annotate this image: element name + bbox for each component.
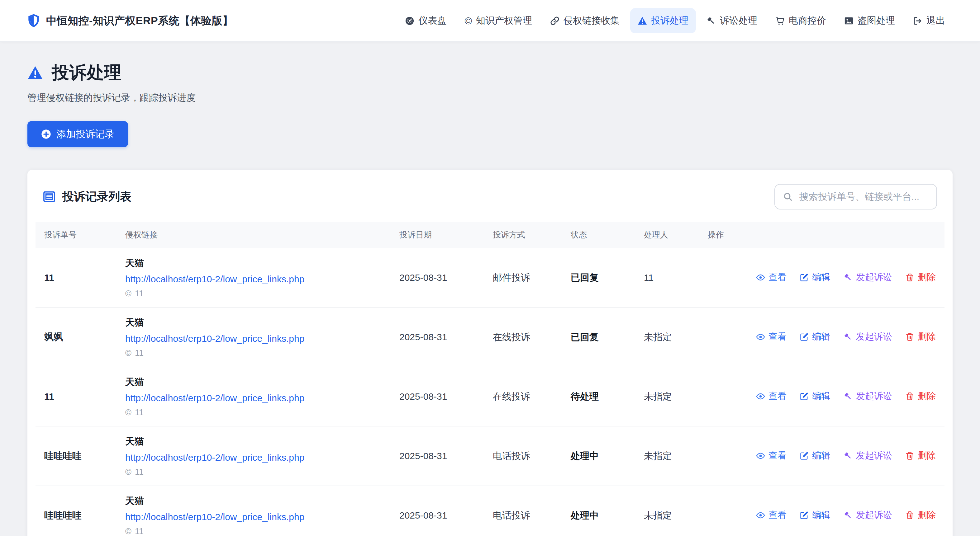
edit-label: 编辑 [812, 509, 830, 522]
date-cell: 2025-08-31 [391, 367, 484, 427]
search-input[interactable] [775, 184, 937, 209]
cart-icon [775, 16, 785, 25]
trash-icon [905, 451, 914, 460]
table-row: 11 天猫 http://localhost/erp10-2/low_price… [35, 367, 945, 427]
litigate-action[interactable]: 发起诉讼 [843, 509, 892, 522]
trash-icon [905, 511, 914, 520]
table-body: 11 天猫 http://localhost/erp10-2/low_price… [35, 248, 945, 536]
col-header-handler: 处理人 [635, 222, 699, 248]
copyright-icon: © [125, 526, 132, 536]
table-row: 飒飒 天猫 http://localhost/erp10-2/low_price… [35, 308, 945, 367]
view-action[interactable]: 查看 [756, 449, 787, 462]
delete-action[interactable]: 删除 [905, 390, 936, 403]
nav-item-litigation[interactable]: 诉讼处理 [699, 8, 765, 33]
view-label: 查看 [768, 271, 787, 284]
handler-cell: 未指定 [635, 367, 699, 427]
litigate-action[interactable]: 发起诉讼 [843, 331, 892, 343]
add-complaint-button[interactable]: 添加投诉记录 [27, 121, 128, 147]
view-action[interactable]: 查看 [756, 509, 787, 522]
method-cell: 电话投诉 [484, 486, 562, 536]
gavel-icon [843, 273, 853, 282]
signout-icon [913, 16, 923, 25]
handler-cell: 未指定 [635, 308, 699, 367]
nav-item-price-control[interactable]: 电商控价 [768, 8, 834, 33]
view-action[interactable]: 查看 [756, 331, 787, 343]
nav-item-image-theft[interactable]: 盗图处理 [837, 8, 902, 33]
infringing-link[interactable]: http://localhost/erp10-2/low_price_links… [125, 512, 304, 522]
search-icon [783, 192, 792, 201]
complaint-no: 哇哇哇哇 [35, 427, 116, 486]
nav-label: 退出 [926, 14, 945, 27]
litigate-action[interactable]: 发起诉讼 [843, 449, 892, 462]
delete-action[interactable]: 删除 [905, 331, 936, 343]
delete-action[interactable]: 删除 [905, 509, 936, 522]
edit-icon [800, 392, 809, 401]
litigate-action[interactable]: 发起诉讼 [843, 390, 892, 403]
eye-icon [756, 332, 765, 341]
copyright-icon: © [125, 289, 132, 298]
litigate-label: 发起诉讼 [856, 390, 892, 403]
infringing-link[interactable]: http://localhost/erp10-2/low_price_links… [125, 452, 304, 463]
gavel-icon [843, 451, 853, 460]
nav-label: 投诉处理 [651, 14, 689, 27]
brand: 中恒知控-知识产权ERP系统【体验版】 [27, 14, 233, 28]
view-action[interactable]: 查看 [756, 271, 787, 284]
infringing-link[interactable]: http://localhost/erp10-2/low_price_links… [125, 333, 304, 344]
method-cell: 在线投诉 [484, 308, 562, 367]
nav-item-dashboard[interactable]: 仪表盘 [398, 8, 454, 33]
handler-cell: 11 [635, 248, 699, 308]
edit-action[interactable]: 编辑 [800, 271, 830, 284]
nav-item-logout[interactable]: 退出 [905, 8, 953, 33]
view-action[interactable]: 查看 [756, 390, 787, 403]
page-subtitle: 管理侵权链接的投诉记录，跟踪投诉进度 [27, 92, 953, 104]
col-header-status: 状态 [562, 222, 635, 248]
litigate-label: 发起诉讼 [856, 331, 892, 343]
delete-action[interactable]: 删除 [905, 271, 936, 284]
nav-item-ip-management[interactable]: © 知识产权管理 [457, 8, 539, 33]
nav-item-infringing-links[interactable]: 侵权链接收集 [542, 8, 627, 33]
main-content: 投诉处理 管理侵权链接的投诉记录，跟踪投诉进度 添加投诉记录 投诉记录列表 [0, 42, 980, 536]
view-label: 查看 [768, 390, 787, 403]
warning-icon [27, 66, 43, 80]
edit-action[interactable]: 编辑 [800, 509, 830, 522]
gauge-icon [405, 16, 414, 25]
date-cell: 2025-08-31 [391, 486, 484, 536]
gavel-icon [843, 511, 853, 520]
method-cell: 邮件投诉 [484, 248, 562, 308]
delete-label: 删除 [918, 509, 936, 522]
edit-action[interactable]: 编辑 [800, 331, 830, 343]
card-title-label: 投诉记录列表 [62, 189, 132, 205]
delete-label: 删除 [918, 449, 936, 462]
edit-action[interactable]: 编辑 [800, 390, 830, 403]
ip-ref: 11 [135, 467, 143, 477]
date-cell: 2025-08-31 [391, 308, 484, 367]
shield-logo-icon [27, 14, 40, 28]
warning-icon [638, 16, 647, 25]
table-row: 哇哇哇哇 天猫 http://localhost/erp10-2/low_pri… [35, 486, 945, 536]
infringing-link[interactable]: http://localhost/erp10-2/low_price_links… [125, 274, 304, 284]
litigate-label: 发起诉讼 [856, 271, 892, 284]
delete-label: 删除 [918, 271, 936, 284]
edit-label: 编辑 [812, 331, 830, 343]
complaints-table: 投诉单号 侵权链接 投诉日期 投诉方式 状态 处理人 操作 11 天猫 http… [35, 222, 945, 536]
eye-icon [756, 392, 765, 401]
table-row: 哇哇哇哇 天猫 http://localhost/erp10-2/low_pri… [35, 427, 945, 486]
complaint-no: 11 [35, 367, 116, 427]
complaint-no: 哇哇哇哇 [35, 486, 116, 536]
view-label: 查看 [768, 509, 787, 522]
list-icon [43, 191, 56, 202]
litigate-action[interactable]: 发起诉讼 [843, 271, 892, 284]
date-cell: 2025-08-31 [391, 427, 484, 486]
delete-action[interactable]: 删除 [905, 449, 936, 462]
copyright-icon: © [125, 348, 132, 358]
delete-label: 删除 [918, 390, 936, 403]
ip-ref: 11 [135, 408, 143, 417]
nav-item-complaints[interactable]: 投诉处理 [630, 8, 696, 33]
edit-icon [800, 273, 809, 282]
status-cell: 已回复 [562, 248, 635, 308]
navbar: 中恒知控-知识产权ERP系统【体验版】 仪表盘 © 知识产权管理 [0, 0, 980, 42]
edit-label: 编辑 [812, 390, 830, 403]
infringing-link[interactable]: http://localhost/erp10-2/low_price_links… [125, 393, 304, 403]
edit-action[interactable]: 编辑 [800, 449, 830, 462]
status-cell: 处理中 [562, 427, 635, 486]
